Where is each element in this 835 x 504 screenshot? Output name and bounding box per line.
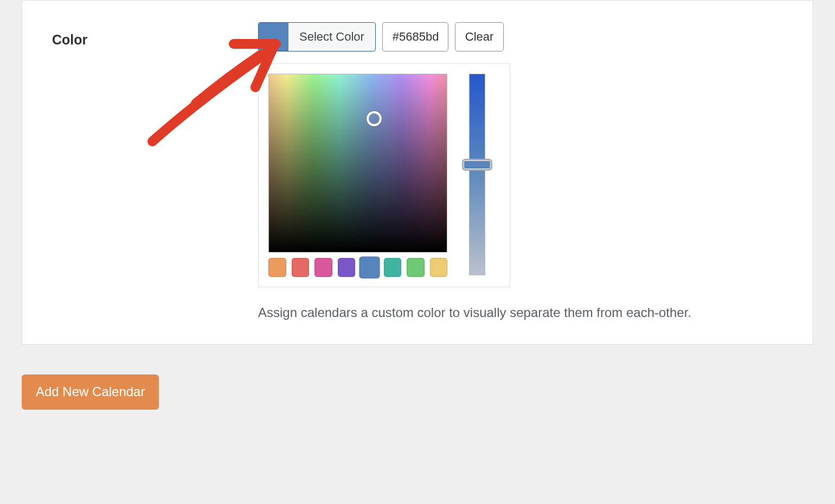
palette-swatch-6[interactable] (407, 258, 425, 277)
color-lightness-slider[interactable] (469, 74, 485, 275)
color-saturation-value-area[interactable] (268, 74, 447, 253)
sv-cursor-icon (367, 111, 382, 126)
palette-row (268, 258, 447, 277)
color-hex-input[interactable] (382, 22, 448, 51)
palette-swatch-5[interactable] (384, 258, 402, 277)
lightness-handle-icon (462, 159, 492, 171)
palette-swatch-1[interactable] (292, 258, 310, 277)
palette-swatch-3[interactable] (338, 258, 356, 277)
palette-swatch-2[interactable] (314, 258, 332, 277)
color-picker-panel (258, 63, 510, 287)
color-field-help-text: Assign calendars a custom color to visua… (258, 303, 703, 322)
palette-swatch-7[interactable] (430, 258, 448, 277)
color-field-label: Color (52, 22, 258, 48)
clear-color-button[interactable]: Clear (455, 22, 504, 51)
select-color-button[interactable]: Select Color (258, 22, 376, 51)
select-color-button-label: Select Color (288, 23, 375, 51)
add-new-calendar-button[interactable]: Add New Calendar (22, 374, 159, 410)
color-field-panel: Color Select Color Clear (22, 0, 813, 345)
palette-swatch-0[interactable] (268, 258, 286, 277)
palette-swatch-4[interactable] (359, 256, 380, 278)
current-color-swatch (259, 23, 288, 51)
